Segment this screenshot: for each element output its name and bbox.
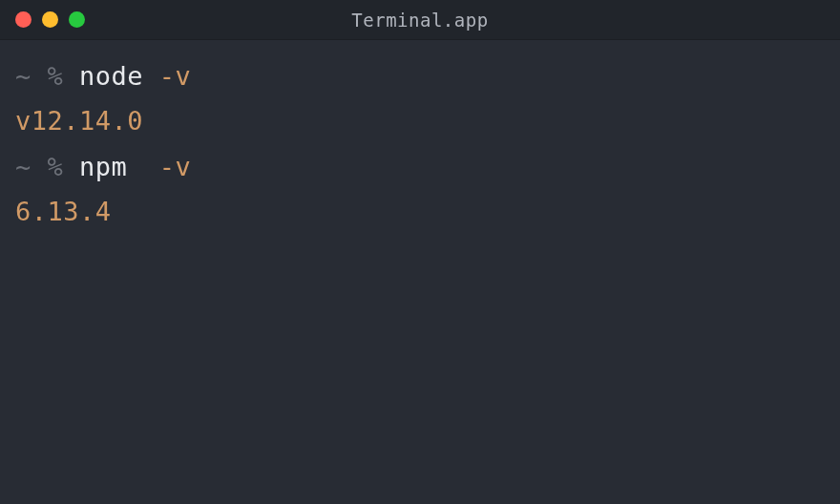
window-title: Terminal.app: [0, 10, 840, 31]
zoom-icon[interactable]: [69, 11, 85, 28]
command-flag: -v: [159, 61, 192, 91]
minimize-icon[interactable]: [42, 11, 58, 28]
command-flag: -v: [159, 152, 192, 181]
prompt-path: ~: [15, 152, 32, 181]
output-line: v12.14.0: [15, 98, 825, 143]
traffic-lights: [0, 11, 85, 28]
prompt-symbol: %: [48, 61, 64, 91]
close-icon[interactable]: [15, 11, 32, 28]
prompt-line: ~ % node -v: [15, 53, 825, 98]
command-text: npm: [79, 152, 127, 181]
prompt-symbol: %: [48, 152, 64, 181]
prompt-path: ~: [15, 61, 32, 91]
command-text: node: [79, 61, 143, 91]
prompt-line: ~ % npm -v: [15, 144, 825, 189]
window-titlebar: Terminal.app: [0, 0, 840, 40]
terminal-content[interactable]: ~ % node -v v12.14.0 ~ % npm -v 6.13.4: [0, 40, 840, 247]
output-line: 6.13.4: [15, 189, 825, 234]
